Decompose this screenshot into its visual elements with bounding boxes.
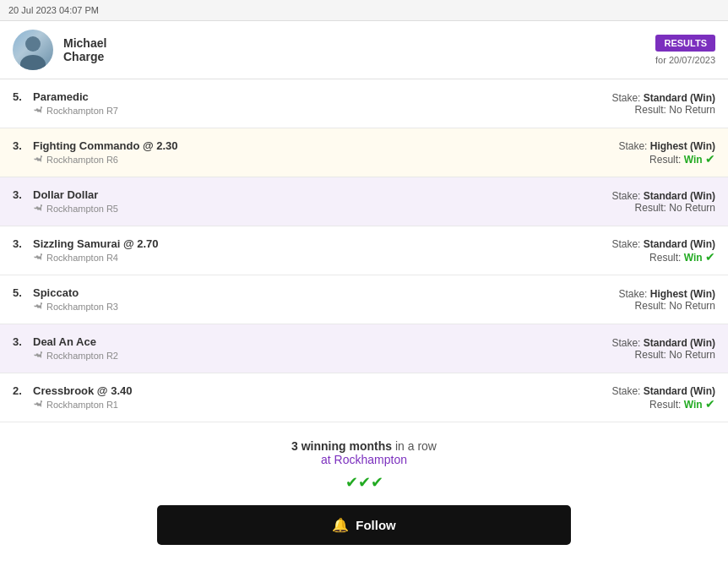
header-left: Michael Charge (13, 30, 106, 70)
horse-icon (33, 154, 43, 166)
winning-months-suffix: in a row (392, 439, 437, 453)
result-line: Result: No Return (611, 202, 715, 214)
pick-number: 2. (13, 384, 28, 397)
venue-text: Rockhampton R1 (46, 400, 118, 410)
horse-icon (33, 301, 43, 313)
pick-name: Paramedic (33, 90, 118, 103)
follow-button[interactable]: 🔔 Follow (157, 505, 571, 545)
winning-months: 3 winning months in a row at Rockhampton (13, 439, 715, 466)
pick-row: 3.Dollar DollarRockhampton R5Stake: Stan… (0, 177, 728, 226)
venue-text: Rockhampton R6 (46, 155, 118, 165)
pick-left: 5.SpiccatoRockhampton R3 (13, 286, 118, 313)
result-line: Result: Win ✔ (611, 250, 715, 264)
stake-line: Stake: Standard (Win) (611, 385, 715, 397)
pick-left: 3.Fighting Commando @ 2.30Rockhampton R6 (13, 139, 178, 166)
pick-right: Stake: Standard (Win)Result: No Return (611, 190, 715, 214)
pick-name: Deal An Ace (33, 335, 118, 348)
pick-venue: Rockhampton R6 (33, 154, 178, 166)
user-name: Michael Charge (63, 36, 106, 63)
stake-line: Stake: Standard (Win) (611, 337, 715, 349)
pick-number: 3. (13, 139, 28, 152)
pick-right: Stake: Standard (Win)Result: Win ✔ (611, 238, 715, 264)
header-right: RESULTS for 20/07/2023 (655, 35, 715, 65)
bell-icon: 🔔 (332, 517, 349, 533)
result-line: Result: No Return (618, 300, 715, 312)
pick-row: 3.Fighting Commando @ 2.30Rockhampton R6… (0, 128, 728, 177)
pick-row: 3.Deal An AceRockhampton R2Stake: Standa… (0, 324, 728, 373)
pick-number: 5. (13, 286, 28, 299)
venue-text: Rockhampton R4 (46, 253, 118, 263)
pick-name: Sizzling Samurai @ 2.70 (33, 237, 159, 250)
pick-right: Stake: Highest (Win)Result: Win ✔ (618, 140, 715, 166)
pick-row: 3.Sizzling Samurai @ 2.70Rockhampton R4S… (0, 226, 728, 275)
pick-right: Stake: Standard (Win)Result: No Return (611, 337, 715, 361)
pick-left: 3.Deal An AceRockhampton R2 (13, 335, 118, 362)
pick-venue: Rockhampton R3 (33, 301, 118, 313)
pick-row: 5.SpiccatoRockhampton R3Stake: Highest (… (0, 275, 728, 324)
pick-left: 5.ParamedicRockhampton R7 (13, 90, 118, 117)
pick-name: Dollar Dollar (33, 188, 118, 201)
footer-section: 3 winning months in a row at Rockhampton… (0, 422, 728, 562)
venue-text: Rockhampton R3 (46, 302, 118, 312)
venue-text: Rockhampton R5 (46, 204, 118, 214)
stake-line: Stake: Highest (Win) (618, 288, 715, 300)
horse-icon (33, 105, 43, 117)
pick-info: Sizzling Samurai @ 2.70Rockhampton R4 (33, 237, 159, 264)
result-line: Result: No Return (611, 104, 715, 116)
pick-right: Stake: Standard (Win)Result: Win ✔ (611, 385, 715, 411)
result-line: Result: Win ✔ (618, 152, 715, 166)
pick-name: Fighting Commando @ 2.30 (33, 139, 178, 152)
timestamp: 20 Jul 2023 04:07 PM (0, 0, 728, 21)
pick-number: 3. (13, 335, 28, 348)
pick-number: 3. (13, 237, 28, 250)
stake-line: Stake: Standard (Win) (611, 238, 715, 250)
check-icons: ✔✔✔ (13, 473, 715, 492)
venue-text: Rockhampton R7 (46, 106, 118, 116)
pick-info: ParamedicRockhampton R7 (33, 90, 118, 117)
results-date: for 20/07/2023 (655, 55, 715, 65)
pick-left: 2.Cressbrook @ 3.40Rockhampton R1 (13, 384, 132, 411)
pick-venue: Rockhampton R4 (33, 252, 159, 264)
pick-right: Stake: Standard (Win)Result: No Return (611, 92, 715, 116)
pick-venue: Rockhampton R1 (33, 399, 132, 411)
follow-button-label: Follow (356, 518, 396, 532)
horse-icon (33, 203, 43, 215)
venue-text: Rockhampton R2 (46, 351, 118, 361)
header: Michael Charge RESULTS for 20/07/2023 (0, 21, 728, 79)
pick-name: Cressbrook @ 3.40 (33, 384, 132, 397)
horse-icon (33, 350, 43, 362)
pick-info: Dollar DollarRockhampton R5 (33, 188, 118, 215)
pick-number: 3. (13, 188, 28, 201)
pick-info: Cressbrook @ 3.40Rockhampton R1 (33, 384, 132, 411)
result-line: Result: No Return (611, 349, 715, 361)
pick-row: 5.ParamedicRockhampton R7Stake: Standard… (0, 79, 728, 128)
pick-venue: Rockhampton R5 (33, 203, 118, 215)
stake-line: Stake: Standard (Win) (611, 92, 715, 104)
stake-line: Stake: Standard (Win) (611, 190, 715, 202)
stake-line: Stake: Highest (Win) (618, 140, 715, 152)
horse-icon (33, 399, 43, 411)
pick-left: 3.Sizzling Samurai @ 2.70Rockhampton R4 (13, 237, 159, 264)
winning-months-bold: 3 winning months (291, 439, 392, 453)
pick-venue: Rockhampton R2 (33, 350, 118, 362)
winning-location: at Rockhampton (321, 453, 407, 466)
pick-info: Deal An AceRockhampton R2 (33, 335, 118, 362)
pick-info: Fighting Commando @ 2.30Rockhampton R6 (33, 139, 178, 166)
pick-number: 5. (13, 90, 28, 103)
pick-venue: Rockhampton R7 (33, 105, 118, 117)
pick-info: SpiccatoRockhampton R3 (33, 286, 118, 313)
pick-row: 2.Cressbrook @ 3.40Rockhampton R1Stake: … (0, 373, 728, 422)
pick-left: 3.Dollar DollarRockhampton R5 (13, 188, 118, 215)
pick-name: Spiccato (33, 286, 118, 299)
result-line: Result: Win ✔ (611, 397, 715, 411)
avatar (13, 30, 53, 70)
results-badge: RESULTS (655, 35, 715, 52)
picks-list: 5.ParamedicRockhampton R7Stake: Standard… (0, 79, 728, 422)
horse-icon (33, 252, 43, 264)
pick-right: Stake: Highest (Win)Result: No Return (618, 288, 715, 312)
